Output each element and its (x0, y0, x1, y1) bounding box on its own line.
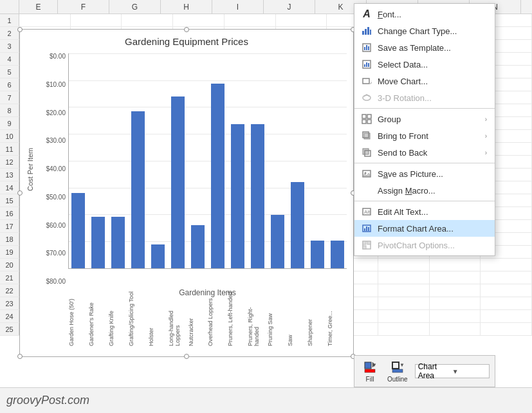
menu-item-font[interactable]: AFont... (354, 6, 495, 23)
grid-cell[interactable] (122, 14, 173, 26)
grid-cell[interactable] (225, 14, 276, 26)
bar-wrapper[interactable] (308, 53, 327, 268)
row-number: 15 (0, 194, 19, 206)
bar-wrapper[interactable] (109, 53, 127, 268)
group-icon (360, 114, 374, 124)
svg-text:↗: ↗ (369, 79, 372, 86)
resize-handle-top-left[interactable] (17, 27, 23, 32)
chart-bar (271, 215, 284, 269)
menu-item-save-as-picture[interactable]: Save as Picture... (354, 165, 495, 182)
grid-cell[interactable] (481, 259, 532, 271)
svg-rect-33 (363, 246, 366, 249)
menu-item-move-chart[interactable]: ↗Move Chart... (354, 73, 495, 89)
grid-cell[interactable] (430, 271, 481, 284)
row-number: 8 (0, 104, 19, 116)
col-header-h: H (161, 0, 212, 14)
chart-area-dropdown[interactable]: Chart Area ▼ (415, 364, 490, 378)
grid-cell[interactable] (481, 271, 532, 284)
chart-area-text: Chart Area (418, 362, 452, 380)
svg-point-14 (363, 95, 371, 100)
row-number: 3 (0, 40, 19, 52)
x-axis-label-item: Sharpener (307, 288, 313, 346)
bar-wrapper[interactable] (228, 53, 247, 268)
grid-cell[interactable] (481, 297, 532, 309)
svg-rect-3 (370, 30, 371, 35)
x-label-wrap: Holster (148, 288, 168, 349)
grid-cell[interactable] (430, 284, 481, 297)
x-label-wrap: Timer, Gree... (327, 288, 347, 349)
menu-item-group[interactable]: Group› (354, 111, 495, 127)
grid-cell[interactable] (19, 14, 71, 26)
grid-cell[interactable] (378, 310, 430, 322)
grid-cell[interactable] (276, 14, 327, 26)
bar-wrapper[interactable] (129, 53, 147, 268)
resize-handle-bottom-center[interactable] (184, 354, 189, 359)
bar-wrapper[interactable] (188, 53, 207, 268)
menu-item-send-to-back[interactable]: Send to Back› (354, 144, 495, 161)
menu-item-label-select-data: Select Data... (378, 60, 487, 69)
resize-handle-top-center[interactable] (184, 27, 189, 32)
row-number: 22 (0, 284, 19, 297)
fill-icon: ▼ (363, 360, 377, 374)
grid-cell[interactable] (430, 259, 481, 271)
bar-wrapper[interactable] (288, 53, 307, 268)
svg-rect-16 (367, 115, 371, 118)
menu-item-select-data[interactable]: Select Data... (354, 56, 495, 73)
svg-rect-10 (366, 62, 367, 67)
row-number: 19 (0, 246, 19, 258)
bar-wrapper[interactable] (149, 53, 167, 268)
resize-handle-left-center[interactable] (17, 190, 23, 196)
chart-bar (231, 124, 244, 268)
menu-item-save-as-template[interactable]: Save as Template... (354, 39, 495, 56)
bar-wrapper[interactable] (268, 53, 287, 268)
y-axis-tick: $30.00 (39, 138, 68, 144)
grid-cell[interactable] (430, 323, 481, 335)
y-axis-tick: $0.00 (39, 53, 68, 60)
grid-cell[interactable] (378, 323, 430, 335)
row-number: 4 (0, 53, 19, 65)
grid-cell[interactable] (71, 14, 122, 26)
chart-container[interactable]: Gardening Equipment Prices Cost Per Item… (19, 29, 354, 357)
menu-divider (354, 163, 495, 163)
col-header-f: F (58, 0, 109, 14)
svg-rect-35 (365, 362, 371, 369)
menu-item-assign-macro[interactable]: Assign Macro... (354, 182, 495, 199)
bar-wrapper[interactable] (89, 53, 107, 268)
outline-button[interactable]: ▼ Outline (384, 358, 411, 385)
menu-item-edit-alt-text[interactable]: AltEdit Alt Text... (354, 203, 495, 220)
fill-label: Fill (366, 376, 374, 383)
menu-item-format-chart-area[interactable]: Format Chart Area... (354, 220, 495, 237)
x-axis-label-item: Saw (287, 288, 293, 346)
grid-cell[interactable] (481, 310, 532, 322)
y-axis-tick: $20.00 (39, 110, 68, 116)
grid-cell[interactable] (481, 284, 532, 297)
svg-rect-15 (362, 115, 366, 118)
bar-wrapper[interactable] (328, 53, 347, 268)
menu-item-label-font: Font... (378, 10, 487, 19)
svg-rect-38 (392, 362, 399, 369)
grid-cell[interactable] (430, 310, 481, 322)
bar-wrapper[interactable] (248, 53, 267, 268)
font-icon: A (360, 9, 374, 19)
grid-cell[interactable] (430, 297, 481, 309)
chart-plot-area: Cost Per Item $80.00$70.00$60.00$50.00$4… (26, 53, 347, 285)
svg-rect-29 (366, 226, 367, 231)
grid-cell[interactable] (378, 271, 430, 284)
x-label-wrap: Long-handled Loppers (168, 288, 188, 349)
menu-item-change-chart-type[interactable]: Change Chart Type... (354, 23, 495, 39)
bar-wrapper[interactable] (208, 53, 227, 268)
grid-cell[interactable] (173, 14, 225, 26)
fill-button[interactable]: ▼ Fill (360, 358, 380, 385)
bar-wrapper[interactable] (69, 53, 87, 268)
resize-handle-bottom-left[interactable] (17, 354, 23, 359)
bar-wrapper[interactable] (169, 53, 187, 268)
svg-rect-39 (392, 369, 403, 372)
outline-icon: ▼ (390, 360, 405, 374)
grid-cell[interactable] (378, 297, 430, 309)
grid-cell[interactable] (378, 259, 430, 271)
grid-cell[interactable] (378, 284, 430, 297)
col-header-i: I (212, 0, 264, 14)
menu-item-bring-to-front[interactable]: Bring to Front› (354, 127, 495, 144)
grid-cell[interactable] (481, 323, 532, 335)
submenu-arrow-icon: › (485, 149, 487, 156)
